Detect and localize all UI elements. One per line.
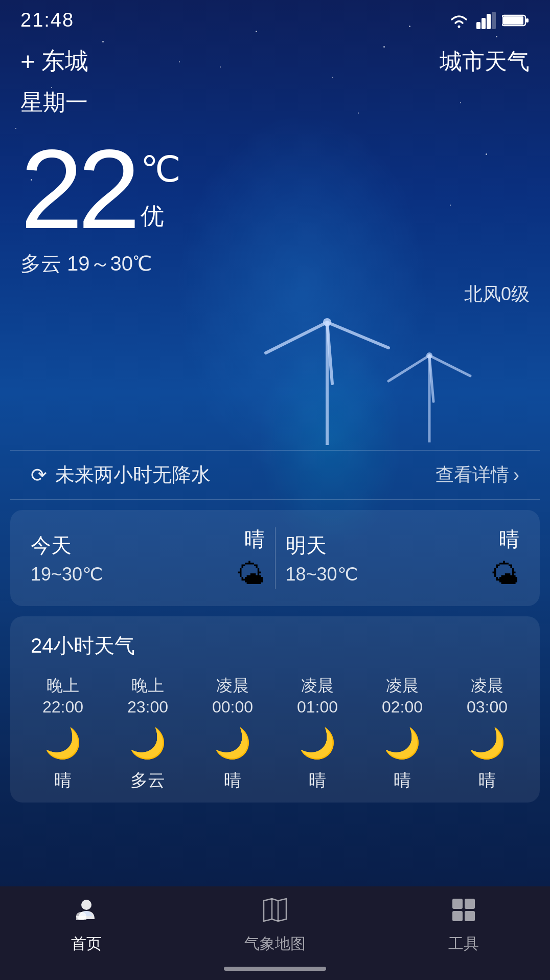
header: + 东城 城市天气 — [0, 35, 550, 82]
temperature-section: 22 ℃ 优 — [0, 123, 550, 246]
svg-rect-1 — [482, 18, 486, 29]
forecast-today-right: 晴 🌤 — [236, 525, 265, 591]
hourly-icon-1: 🌙 — [129, 726, 166, 761]
precip-left: ⟳ 未来两小时无降水 — [31, 462, 211, 488]
city-add-section[interactable]: + 东城 — [20, 46, 88, 77]
list-item: 凌晨02:00 🌙 晴 — [369, 675, 436, 792]
svg-rect-26 — [465, 911, 475, 921]
hourly-desc-5: 晴 — [478, 769, 496, 792]
city-name: 东城 — [41, 46, 88, 77]
day-label: 星期一 — [0, 82, 550, 123]
status-bar: 21:48 — [0, 0, 550, 35]
status-icons — [448, 12, 530, 29]
forecast-divider — [275, 527, 276, 589]
nav-tools[interactable]: 工具 — [448, 897, 479, 954]
wind-turbines-area — [0, 307, 550, 450]
nav-tools-label: 工具 — [448, 933, 479, 954]
temperature-value: 22 — [20, 133, 135, 246]
temp-range-desc: 多云 19～30℃ — [0, 246, 550, 282]
hourly-section: 24小时天气 晚上22:00 🌙 晴 晚上23:00 🌙 多云 凌晨00:00 … — [10, 616, 540, 803]
list-item: 凌晨03:00 🌙 晴 — [454, 675, 520, 792]
forecast-today-day: 今天 — [31, 531, 236, 560]
nav-home[interactable]: 首页 — [71, 897, 102, 954]
hourly-period-1: 晚上23:00 — [127, 675, 168, 718]
list-item: 晚上23:00 🌙 多云 — [114, 675, 181, 792]
status-time: 21:48 — [20, 9, 74, 31]
svg-line-8 — [266, 322, 327, 353]
wind-turbines-svg — [0, 307, 550, 450]
home-indicator — [224, 967, 326, 971]
hourly-desc-4: 晴 — [394, 769, 411, 792]
hourly-desc-3: 晴 — [309, 769, 326, 792]
signal-icon — [476, 12, 496, 29]
hourly-icon-5: 🌙 — [469, 726, 506, 761]
forecast-tomorrow-right: 晴 🌤 — [491, 525, 519, 591]
list-item: 凌晨01:00 🌙 晴 — [284, 675, 351, 792]
hourly-desc-2: 晴 — [224, 769, 241, 792]
wifi-icon — [448, 12, 470, 29]
precipitation-bar[interactable]: ⟳ 未来两小时无降水 查看详情 › — [10, 450, 540, 500]
battery-icon — [502, 13, 530, 28]
chevron-right-icon: › — [513, 464, 519, 486]
city-weather-title[interactable]: 城市天气 — [440, 47, 530, 77]
hourly-icon-2: 🌙 — [214, 726, 251, 761]
map-icon — [262, 897, 288, 929]
svg-point-16 — [426, 352, 432, 359]
forecast-today-weather: 晴 — [244, 525, 265, 553]
nav-map-label: 气象地图 — [244, 933, 306, 954]
hourly-title: 24小时天气 — [10, 632, 540, 675]
hourly-period-3: 凌晨01:00 — [297, 675, 338, 718]
tools-icon — [450, 897, 477, 929]
nav-map[interactable]: 气象地图 — [244, 897, 306, 954]
svg-rect-0 — [476, 22, 480, 29]
forecast-today-icon: 🌤 — [236, 558, 265, 591]
svg-rect-2 — [487, 14, 491, 29]
svg-rect-5 — [503, 16, 523, 25]
bottom-nav: 首页 气象地图 工具 — [0, 886, 550, 980]
add-city-icon[interactable]: + — [20, 47, 35, 76]
hourly-icon-0: 🌙 — [44, 726, 81, 761]
nav-home-label: 首页 — [71, 933, 102, 954]
svg-rect-6 — [526, 18, 529, 23]
forecast-today-temp: 19~30℃ — [31, 564, 236, 585]
hourly-period-5: 凌晨03:00 — [467, 675, 508, 718]
svg-marker-20 — [264, 899, 286, 921]
precip-text: 未来两小时无降水 — [55, 462, 211, 488]
forecast-tomorrow-weather: 晴 — [499, 525, 519, 553]
list-item: 凌晨00:00 🌙 晴 — [199, 675, 266, 792]
svg-line-13 — [388, 355, 429, 381]
forecast-tomorrow-icon: 🌤 — [491, 558, 519, 591]
wind-info: 北风0级 — [0, 282, 550, 307]
hourly-icon-3: 🌙 — [299, 726, 336, 761]
forecast-tomorrow-day: 明天 — [286, 531, 491, 560]
svg-point-11 — [323, 318, 331, 326]
forecast-tomorrow: 明天 18~30℃ — [286, 531, 491, 585]
home-icon — [73, 897, 100, 929]
hourly-icon-4: 🌙 — [384, 726, 421, 761]
precip-detail-link[interactable]: 查看详情 › — [436, 462, 519, 487]
svg-rect-3 — [492, 12, 496, 29]
svg-rect-24 — [465, 899, 475, 909]
hourly-period-2: 凌晨00:00 — [212, 675, 253, 718]
air-quality-badge: 优 — [141, 201, 181, 232]
hourly-period-4: 凌晨02:00 — [382, 675, 423, 718]
list-item: 晚上22:00 🌙 晴 — [30, 675, 96, 792]
svg-line-14 — [429, 355, 470, 376]
precip-icon: ⟳ — [31, 464, 47, 486]
hourly-period-0: 晚上22:00 — [42, 675, 83, 718]
svg-rect-19 — [76, 916, 86, 920]
temperature-unit: ℃ — [141, 148, 181, 190]
svg-rect-23 — [452, 899, 463, 909]
forecast-today: 今天 19~30℃ — [31, 531, 236, 585]
svg-point-17 — [81, 900, 91, 910]
svg-rect-25 — [452, 911, 463, 921]
forecast-tomorrow-temp: 18~30℃ — [286, 564, 491, 585]
hourly-desc-0: 晴 — [54, 769, 72, 792]
svg-line-9 — [327, 322, 388, 348]
precip-link-text: 查看详情 — [436, 462, 509, 487]
forecast-card: 今天 19~30℃ 晴 🌤 明天 18~30℃ 晴 🌤 — [10, 510, 540, 606]
hourly-grid: 晚上22:00 🌙 晴 晚上23:00 🌙 多云 凌晨00:00 🌙 晴 凌晨0… — [10, 675, 540, 792]
hourly-desc-1: 多云 — [130, 769, 165, 792]
